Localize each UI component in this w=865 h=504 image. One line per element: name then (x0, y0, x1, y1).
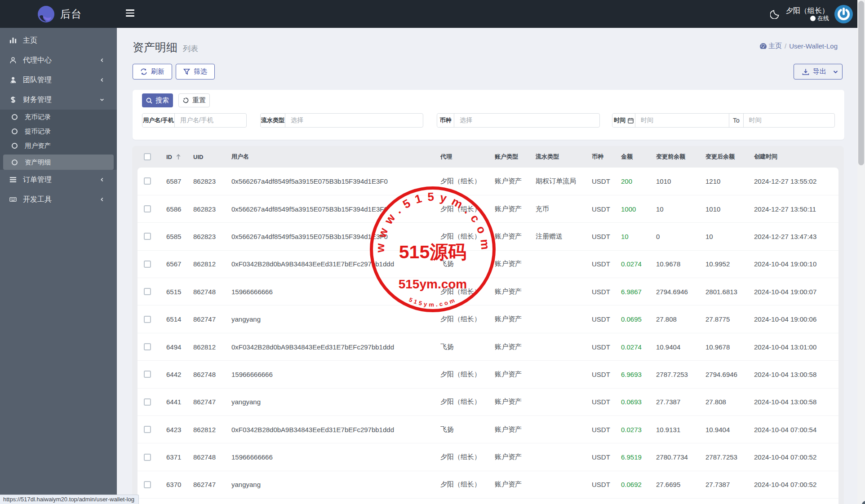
svg-text:515ym.com: 515ym.com (399, 277, 467, 291)
svg-text:515源码: 515源码 (399, 242, 466, 262)
svg-text:515ym.com: 515ym.com (408, 296, 457, 308)
